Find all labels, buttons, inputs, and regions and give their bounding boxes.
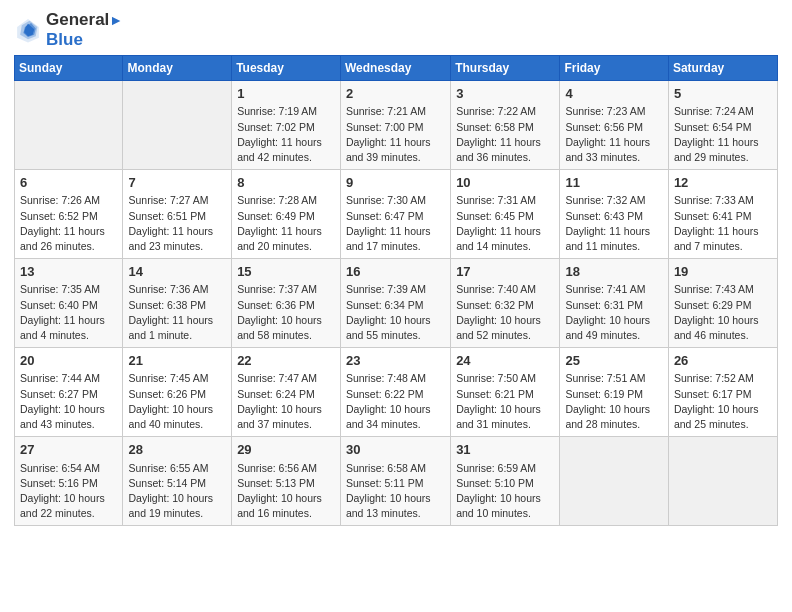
day-info: Sunrise: 7:26 AM Sunset: 6:52 PM Dayligh… — [20, 193, 117, 254]
weekday-header-thursday: Thursday — [451, 56, 560, 81]
day-info: Sunrise: 7:19 AM Sunset: 7:02 PM Dayligh… — [237, 104, 335, 165]
weekday-header-sunday: Sunday — [15, 56, 123, 81]
day-info: Sunrise: 6:59 AM Sunset: 5:10 PM Dayligh… — [456, 461, 554, 522]
weekday-header-row: SundayMondayTuesdayWednesdayThursdayFrid… — [15, 56, 778, 81]
day-cell: 26Sunrise: 7:52 AM Sunset: 6:17 PM Dayli… — [668, 348, 777, 437]
day-number: 31 — [456, 441, 554, 459]
day-number: 27 — [20, 441, 117, 459]
day-info: Sunrise: 7:21 AM Sunset: 7:00 PM Dayligh… — [346, 104, 445, 165]
day-number: 7 — [128, 174, 226, 192]
day-number: 11 — [565, 174, 662, 192]
day-info: Sunrise: 7:23 AM Sunset: 6:56 PM Dayligh… — [565, 104, 662, 165]
day-info: Sunrise: 6:55 AM Sunset: 5:14 PM Dayligh… — [128, 461, 226, 522]
day-number: 14 — [128, 263, 226, 281]
day-number: 10 — [456, 174, 554, 192]
day-cell: 18Sunrise: 7:41 AM Sunset: 6:31 PM Dayli… — [560, 259, 668, 348]
day-number: 5 — [674, 85, 772, 103]
day-number: 6 — [20, 174, 117, 192]
day-cell: 1Sunrise: 7:19 AM Sunset: 7:02 PM Daylig… — [232, 81, 341, 170]
day-cell: 14Sunrise: 7:36 AM Sunset: 6:38 PM Dayli… — [123, 259, 232, 348]
day-info: Sunrise: 7:30 AM Sunset: 6:47 PM Dayligh… — [346, 193, 445, 254]
day-info: Sunrise: 7:52 AM Sunset: 6:17 PM Dayligh… — [674, 371, 772, 432]
day-number: 8 — [237, 174, 335, 192]
day-cell: 13Sunrise: 7:35 AM Sunset: 6:40 PM Dayli… — [15, 259, 123, 348]
day-cell: 6Sunrise: 7:26 AM Sunset: 6:52 PM Daylig… — [15, 170, 123, 259]
day-cell: 15Sunrise: 7:37 AM Sunset: 6:36 PM Dayli… — [232, 259, 341, 348]
week-row-2: 6Sunrise: 7:26 AM Sunset: 6:52 PM Daylig… — [15, 170, 778, 259]
day-info: Sunrise: 7:32 AM Sunset: 6:43 PM Dayligh… — [565, 193, 662, 254]
day-number: 21 — [128, 352, 226, 370]
day-cell — [560, 437, 668, 526]
day-info: Sunrise: 7:41 AM Sunset: 6:31 PM Dayligh… — [565, 282, 662, 343]
day-number: 25 — [565, 352, 662, 370]
weekday-header-saturday: Saturday — [668, 56, 777, 81]
day-cell: 10Sunrise: 7:31 AM Sunset: 6:45 PM Dayli… — [451, 170, 560, 259]
day-cell — [668, 437, 777, 526]
day-cell: 9Sunrise: 7:30 AM Sunset: 6:47 PM Daylig… — [340, 170, 450, 259]
day-info: Sunrise: 7:37 AM Sunset: 6:36 PM Dayligh… — [237, 282, 335, 343]
day-cell — [15, 81, 123, 170]
day-cell: 23Sunrise: 7:48 AM Sunset: 6:22 PM Dayli… — [340, 348, 450, 437]
day-cell: 22Sunrise: 7:47 AM Sunset: 6:24 PM Dayli… — [232, 348, 341, 437]
day-number: 30 — [346, 441, 445, 459]
day-number: 22 — [237, 352, 335, 370]
day-info: Sunrise: 7:51 AM Sunset: 6:19 PM Dayligh… — [565, 371, 662, 432]
day-number: 12 — [674, 174, 772, 192]
day-number: 13 — [20, 263, 117, 281]
week-row-5: 27Sunrise: 6:54 AM Sunset: 5:16 PM Dayli… — [15, 437, 778, 526]
day-cell: 27Sunrise: 6:54 AM Sunset: 5:16 PM Dayli… — [15, 437, 123, 526]
day-cell: 24Sunrise: 7:50 AM Sunset: 6:21 PM Dayli… — [451, 348, 560, 437]
day-number: 20 — [20, 352, 117, 370]
day-cell: 5Sunrise: 7:24 AM Sunset: 6:54 PM Daylig… — [668, 81, 777, 170]
day-cell: 17Sunrise: 7:40 AM Sunset: 6:32 PM Dayli… — [451, 259, 560, 348]
day-cell: 2Sunrise: 7:21 AM Sunset: 7:00 PM Daylig… — [340, 81, 450, 170]
week-row-4: 20Sunrise: 7:44 AM Sunset: 6:27 PM Dayli… — [15, 348, 778, 437]
day-info: Sunrise: 7:28 AM Sunset: 6:49 PM Dayligh… — [237, 193, 335, 254]
logo: General► Blue — [14, 10, 123, 49]
day-info: Sunrise: 6:56 AM Sunset: 5:13 PM Dayligh… — [237, 461, 335, 522]
weekday-header-monday: Monday — [123, 56, 232, 81]
day-number: 29 — [237, 441, 335, 459]
day-info: Sunrise: 6:54 AM Sunset: 5:16 PM Dayligh… — [20, 461, 117, 522]
day-number: 1 — [237, 85, 335, 103]
day-number: 24 — [456, 352, 554, 370]
day-cell: 20Sunrise: 7:44 AM Sunset: 6:27 PM Dayli… — [15, 348, 123, 437]
day-info: Sunrise: 7:36 AM Sunset: 6:38 PM Dayligh… — [128, 282, 226, 343]
day-number: 26 — [674, 352, 772, 370]
day-cell: 16Sunrise: 7:39 AM Sunset: 6:34 PM Dayli… — [340, 259, 450, 348]
day-number: 19 — [674, 263, 772, 281]
header: General► Blue — [14, 10, 778, 49]
day-cell: 29Sunrise: 6:56 AM Sunset: 5:13 PM Dayli… — [232, 437, 341, 526]
day-info: Sunrise: 7:40 AM Sunset: 6:32 PM Dayligh… — [456, 282, 554, 343]
day-number: 15 — [237, 263, 335, 281]
weekday-header-wednesday: Wednesday — [340, 56, 450, 81]
day-info: Sunrise: 7:39 AM Sunset: 6:34 PM Dayligh… — [346, 282, 445, 343]
day-number: 4 — [565, 85, 662, 103]
day-number: 18 — [565, 263, 662, 281]
day-number: 3 — [456, 85, 554, 103]
calendar-page: General► Blue SundayMondayTuesdayWednesd… — [0, 0, 792, 536]
day-info: Sunrise: 7:43 AM Sunset: 6:29 PM Dayligh… — [674, 282, 772, 343]
week-row-3: 13Sunrise: 7:35 AM Sunset: 6:40 PM Dayli… — [15, 259, 778, 348]
day-info: Sunrise: 7:48 AM Sunset: 6:22 PM Dayligh… — [346, 371, 445, 432]
weekday-header-tuesday: Tuesday — [232, 56, 341, 81]
day-cell: 21Sunrise: 7:45 AM Sunset: 6:26 PM Dayli… — [123, 348, 232, 437]
day-info: Sunrise: 7:33 AM Sunset: 6:41 PM Dayligh… — [674, 193, 772, 254]
day-info: Sunrise: 6:58 AM Sunset: 5:11 PM Dayligh… — [346, 461, 445, 522]
weekday-header-friday: Friday — [560, 56, 668, 81]
day-number: 17 — [456, 263, 554, 281]
calendar-table: SundayMondayTuesdayWednesdayThursdayFrid… — [14, 55, 778, 526]
day-cell: 11Sunrise: 7:32 AM Sunset: 6:43 PM Dayli… — [560, 170, 668, 259]
day-cell: 8Sunrise: 7:28 AM Sunset: 6:49 PM Daylig… — [232, 170, 341, 259]
day-info: Sunrise: 7:45 AM Sunset: 6:26 PM Dayligh… — [128, 371, 226, 432]
day-info: Sunrise: 7:22 AM Sunset: 6:58 PM Dayligh… — [456, 104, 554, 165]
day-number: 23 — [346, 352, 445, 370]
day-info: Sunrise: 7:24 AM Sunset: 6:54 PM Dayligh… — [674, 104, 772, 165]
day-number: 16 — [346, 263, 445, 281]
day-cell: 28Sunrise: 6:55 AM Sunset: 5:14 PM Dayli… — [123, 437, 232, 526]
day-cell: 19Sunrise: 7:43 AM Sunset: 6:29 PM Dayli… — [668, 259, 777, 348]
logo-icon — [14, 16, 42, 44]
day-info: Sunrise: 7:31 AM Sunset: 6:45 PM Dayligh… — [456, 193, 554, 254]
day-info: Sunrise: 7:35 AM Sunset: 6:40 PM Dayligh… — [20, 282, 117, 343]
logo-text: General► Blue — [46, 10, 123, 49]
